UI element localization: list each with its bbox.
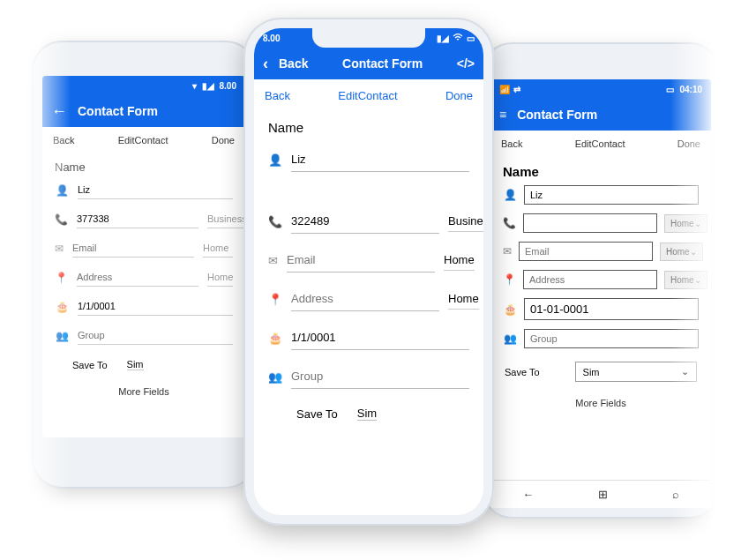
nav-back[interactable]: Back [53,135,74,146]
group-input[interactable] [78,326,233,345]
phone-input[interactable] [523,213,657,233]
name-input[interactable] [524,185,699,205]
back-arrow-icon[interactable]: ← [51,103,67,119]
status-time: 8.00 [220,81,236,91]
app-bar: ← Contact Form [42,95,245,127]
address-input[interactable] [523,270,657,289]
email-input[interactable] [519,242,653,261]
nav-edit[interactable]: EditContact [118,135,168,146]
phone-input[interactable] [291,209,439,234]
chevron-down-icon: ⌄ [690,247,697,257]
signal-icon: ▮◢ [202,81,214,91]
mail-icon: ✉ [268,254,278,267]
name-input[interactable] [78,181,233,199]
mail-icon: ✉ [503,245,512,258]
back-label[interactable]: Back [279,56,308,71]
pin-icon: 📍 [503,273,516,286]
nav-back-icon[interactable]: ← [522,488,534,501]
nav-done[interactable]: Done [212,135,235,146]
saveto-label: Save To [505,367,540,377]
date-input[interactable] [291,325,469,350]
group-icon: 👥 [268,370,282,384]
phone-icon: 📞 [55,213,68,226]
pin-icon: 📍 [268,293,282,306]
email-type[interactable]: Home [444,250,475,271]
appbar-title: Contact Form [318,56,445,71]
name-input[interactable] [291,147,469,172]
status-bar: 📶⇄ ▭04:10 [490,79,711,99]
signal-icon: 📶 [499,85,510,94]
pin-icon: 📍 [55,272,68,284]
address-input[interactable] [77,268,198,287]
back-chevron-icon[interactable]: ‹ [263,56,268,71]
nav-back[interactable]: Back [501,138,522,149]
saveto-select[interactable]: Sim⌄ [575,362,697,382]
section-name: Name [490,157,711,181]
date-input[interactable] [524,298,699,320]
phone-icon: 📞 [503,217,516,229]
section-name: Name [254,111,483,140]
cake-icon: 🎂 [55,301,69,313]
address-type[interactable]: Home [448,288,479,310]
nav-edit[interactable]: EditContact [338,89,397,102]
notch [312,28,425,48]
group-input[interactable] [524,329,699,348]
segmented-nav: Back EditContact Done [490,131,711,157]
android-device: ▾ ▮◢ 8.00 ← Contact Form Back EditContac… [32,41,256,489]
hamburger-icon[interactable]: ≡ [499,108,506,122]
phone-type[interactable]: Business [448,211,483,232]
group-input[interactable] [291,364,469,389]
group-icon: 👥 [55,330,69,342]
more-fields[interactable]: More Fields [490,391,711,415]
saveto-value[interactable]: Sim [127,359,144,370]
code-icon[interactable]: </> [457,56,475,71]
nav-done[interactable]: Done [677,138,700,149]
wifi-icon [453,34,463,43]
segmented-nav: Back EditContact Done [254,79,483,111]
person-icon: 👤 [268,153,282,167]
nav-back[interactable]: Back [265,89,290,102]
section-name: Name [42,153,245,175]
more-fields[interactable]: More Fields [42,379,245,404]
person-icon: 👤 [503,189,517,201]
nav-done[interactable]: Done [445,89,473,102]
battery-icon: ▭ [666,85,674,94]
wifi-icon: ▾ [192,81,197,91]
email-type[interactable]: Home [203,239,233,258]
phone-type[interactable]: Home⌄ [664,214,707,233]
status-time: 8.00 [263,34,280,43]
status-bar: ▾ ▮◢ 8.00 [42,76,245,95]
date-input[interactable] [78,297,233,316]
saveto-label: Save To [296,407,338,421]
cake-icon: 🎂 [503,303,517,316]
saveto-value[interactable]: Sim [357,407,377,421]
phone-type[interactable]: Business [207,210,245,228]
app-bar: ‹ Back Contact Form </> [254,48,483,79]
chevron-down-icon: ⌄ [694,219,701,228]
net-icon: ⇄ [513,85,520,94]
appbar-title: Contact Form [78,104,158,118]
email-input[interactable] [287,248,435,273]
email-type[interactable]: Home⌄ [660,243,703,261]
segmented-nav: Back EditContact Done [42,127,245,153]
cake-icon: 🎂 [268,332,282,345]
address-type[interactable]: Home [207,268,233,287]
phone-input[interactable] [77,210,198,228]
group-icon: 👥 [503,332,517,345]
saveto-label: Save To [72,360,108,370]
address-input[interactable] [291,287,439,311]
email-input[interactable] [72,239,194,258]
chevron-down-icon: ⌄ [681,366,689,377]
nav-search-icon[interactable]: ⌕ [672,488,679,501]
phone-icon: 📞 [268,215,282,228]
iphone-device: 8.00 ▮◢ ▭ ‹ Back Contact Form </> Back E… [243,18,494,526]
address-type[interactable]: Home⌄ [664,271,707,289]
nav-home-icon[interactable]: ⊞ [598,488,608,501]
windows-device: 📶⇄ ▭04:10 ≡ Contact Form Back EditContac… [482,42,720,519]
appbar-title: Contact Form [517,108,597,122]
chevron-down-icon: ⌄ [694,275,701,285]
status-time: 04:10 [679,85,702,94]
person-icon: 👤 [55,184,69,197]
nav-edit[interactable]: EditContact [575,138,625,149]
battery-icon: ▭ [467,34,475,43]
